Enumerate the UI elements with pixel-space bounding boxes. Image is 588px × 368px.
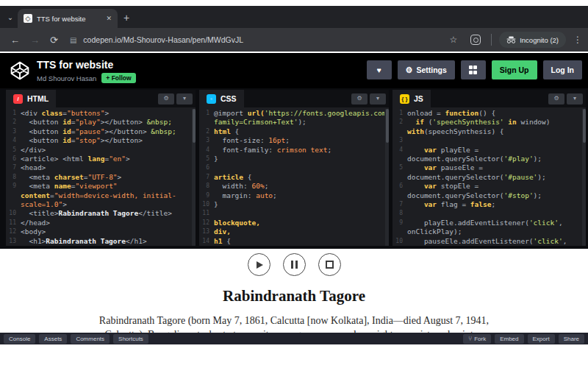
- fork-icon: ⑂: [468, 335, 472, 342]
- pause-button[interactable]: [283, 253, 306, 276]
- tab-close-icon[interactable]: ✕: [106, 15, 112, 22]
- code-line: 3 font-size: 16pt;: [199, 136, 384, 145]
- header-actions: ♥ ⚙ Settings Sign Up Log In: [367, 60, 585, 79]
- extensions-icon[interactable]: [470, 35, 481, 45]
- panel-collapse-button[interactable]: ▾: [567, 93, 583, 105]
- browser-window: ⌄ ◇ TTS for website ✕ + ← → ⟳ ▤ codepen.…: [0, 6, 588, 344]
- code-line: 10}: [199, 200, 384, 209]
- panel-collapse-button[interactable]: ▾: [176, 93, 193, 105]
- back-icon[interactable]: ←: [10, 35, 20, 46]
- assets-button[interactable]: Assets: [39, 334, 67, 344]
- css-editor-panel[interactable]: ◦CSS⚙▾1@import url('https://fonts.google…: [199, 90, 389, 246]
- footer-right-actions: ⑂Fork Embed Export Share: [459, 334, 584, 344]
- code-line: 10 pauseEle.addEventListener('click',: [392, 237, 581, 246]
- change-view-button[interactable]: [461, 60, 486, 79]
- fork-button[interactable]: ⑂Fork: [463, 334, 491, 344]
- new-tab-button[interactable]: +: [123, 12, 129, 24]
- tab-search-chevron-icon[interactable]: ⌄: [4, 11, 17, 24]
- code-area[interactable]: 1@import url('https://fonts.googleapis.c…: [199, 109, 384, 246]
- export-button[interactable]: Export: [528, 334, 555, 344]
- panel-collapse-button[interactable]: ▾: [370, 93, 386, 105]
- settings-button[interactable]: ⚙ Settings: [398, 60, 455, 79]
- address-bar[interactable]: codepen.io/Md-Shourov-Hasan/pen/MWdGvJL: [83, 35, 449, 44]
- play-icon: [257, 261, 263, 269]
- code-line: document.querySelector('#stop');: [392, 191, 581, 200]
- code-line: 14h1 {: [199, 237, 384, 246]
- code-line: 5</div>: [6, 146, 191, 155]
- panel-tab-html[interactable]: /HTML: [6, 90, 56, 107]
- forward-icon[interactable]: →: [30, 35, 40, 46]
- console-button[interactable]: Console: [4, 334, 35, 344]
- bookmark-star-icon[interactable]: ☆: [449, 35, 457, 45]
- panel-scrollbar[interactable]: [192, 109, 196, 246]
- code-line: scale=1.0">: [6, 200, 191, 209]
- settings-label: Settings: [416, 66, 446, 74]
- stop-button[interactable]: [318, 253, 341, 276]
- code-line: 7<head>: [6, 163, 191, 172]
- share-button[interactable]: Share: [559, 334, 584, 344]
- panel-tab-css[interactable]: ◦CSS: [199, 90, 244, 107]
- browser-menu-icon[interactable]: ⋮: [573, 35, 582, 45]
- gear-icon: ⚙: [406, 66, 413, 75]
- code-line: 9 <meta name="viewport": [6, 182, 191, 191]
- code-line: 4 <button id="stop"></button>: [6, 136, 191, 145]
- js-editor-panel[interactable]: { }JS⚙▾1onload = function() {2 if ('spee…: [392, 90, 586, 246]
- code-line: 7article {: [199, 173, 384, 182]
- editor-section: /HTML⚙▾1<div class="buttons">2 <button i…: [0, 88, 588, 255]
- pen-author[interactable]: Md Shourov Hasan: [37, 74, 96, 82]
- incognito-icon: [506, 36, 516, 43]
- code-line: 4 font-family: crimson text;: [199, 146, 384, 155]
- follow-button[interactable]: + Follow: [101, 73, 135, 83]
- code-line: 13div,: [199, 227, 384, 236]
- code-line: 6 var stopEle =: [392, 182, 581, 191]
- panel-settings-button[interactable]: ⚙: [351, 93, 368, 105]
- browser-toolbar: ← → ⟳ ▤ codepen.io/Md-Shourov-Hasan/pen/…: [0, 28, 588, 52]
- shortcuts-button[interactable]: Shortcuts: [113, 334, 148, 344]
- code-line: 1<div class="buttons">: [6, 109, 191, 118]
- tab-title: TTS for website: [37, 15, 101, 23]
- panel-label: HTML: [27, 94, 49, 103]
- panel-label: JS: [414, 94, 423, 103]
- css-icon: ◦: [207, 94, 216, 104]
- code-area[interactable]: 1<div class="buttons">2 <button id="play…: [6, 109, 191, 246]
- browser-tab[interactable]: ◇ TTS for website ✕: [18, 9, 118, 28]
- fork-label: Fork: [474, 336, 486, 342]
- code-line: onClickPlay);: [392, 227, 581, 236]
- panel-settings-button[interactable]: ⚙: [158, 93, 174, 105]
- panel-tab-js[interactable]: { }JS: [392, 90, 431, 107]
- play-button[interactable]: [248, 253, 270, 276]
- panel-scrollbar[interactable]: [385, 109, 389, 246]
- codepen-logo[interactable]: [10, 60, 30, 81]
- embed-button[interactable]: Embed: [495, 334, 523, 344]
- code-line: 11: [199, 209, 384, 218]
- code-line: 2html {: [199, 127, 384, 136]
- site-info-icon[interactable]: ▤: [70, 36, 76, 44]
- preview-heading: Rabindranath Tagore: [0, 287, 588, 305]
- code-line: 8 <meta charset="UTF-8">: [6, 173, 191, 182]
- stop-icon: [326, 261, 334, 269]
- incognito-badge: Incognito (2): [499, 32, 566, 48]
- panel-settings-button[interactable]: ⚙: [548, 93, 564, 105]
- preview-paragraph-line1: Rabindranath Tagore (born May 7, 1861, C…: [0, 315, 588, 327]
- codepen-header: TTS for website Md Shourov Hasan + Follo…: [0, 53, 588, 88]
- code-line: 9 playEle.addEventListener('click',: [392, 219, 581, 227]
- reload-icon[interactable]: ⟳: [50, 35, 58, 46]
- code-area[interactable]: 1onload = function() {2 if ('speechSynth…: [392, 109, 581, 246]
- code-line: 7 var flag = false;: [392, 200, 581, 209]
- code-line: 2 <button id="play"></button> &nbsp;: [6, 118, 191, 127]
- code-line: 1@import url('https://fonts.googleapis.c…: [199, 109, 384, 118]
- browser-tab-bar: ⌄ ◇ TTS for website ✕ +: [0, 6, 588, 28]
- like-button[interactable]: ♥: [367, 60, 392, 79]
- code-line: 9 margin: auto;: [199, 191, 384, 200]
- code-line: 5}: [199, 155, 384, 163]
- signup-button[interactable]: Sign Up: [492, 60, 537, 79]
- html-editor-panel[interactable]: /HTML⚙▾1<div class="buttons">2 <button i…: [6, 90, 196, 246]
- comments-button[interactable]: Comments: [71, 334, 110, 344]
- panel-scrollbar[interactable]: [582, 109, 586, 246]
- layout-grid-icon: [469, 66, 478, 74]
- code-line: 10 <title>Rabindranath Tagore</title>: [6, 209, 191, 218]
- code-line: document.querySelector('#pause');: [392, 173, 581, 182]
- panel-header: { }JS⚙▾: [392, 90, 586, 107]
- login-button[interactable]: Log In: [543, 60, 583, 79]
- pen-byline: Md Shourov Hasan + Follow: [37, 73, 136, 83]
